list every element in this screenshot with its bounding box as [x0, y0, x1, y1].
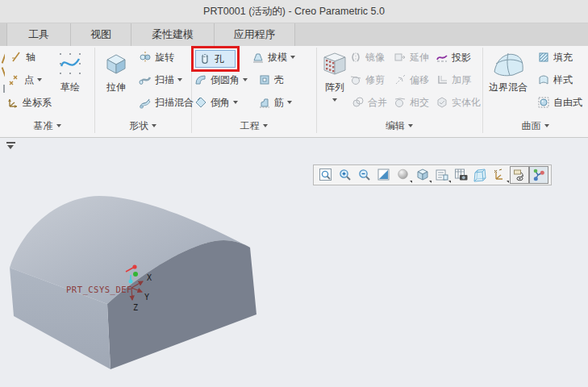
rib-button[interactable]: 筋 [258, 94, 292, 111]
round-dropdown-caret[interactable] [243, 78, 248, 81]
point-button[interactable]: 点 [8, 71, 42, 89]
shading-style-icon[interactable] [394, 166, 413, 184]
freestyle-button[interactable]: 自由式 [537, 94, 582, 111]
zoom-in-icon[interactable] [336, 166, 355, 184]
rib-dropdown-caret[interactable] [287, 101, 292, 104]
creo-window: PRT0001 (活动的) - Creo Parametric 5.0 工具 视… [0, 0, 588, 387]
axis-z-label: Z [133, 303, 138, 312]
shell-icon [258, 73, 271, 86]
clipped-icons [0, 52, 5, 109]
group-label-shapes[interactable]: 形状 [94, 119, 191, 133]
sketch-icon [58, 52, 82, 76]
pattern-button[interactable]: 阵列 [319, 47, 351, 102]
point-icon [8, 73, 21, 86]
coordinate-system-icon [6, 96, 19, 109]
boundary-blend-button[interactable]: 边界混合 [484, 47, 532, 94]
solidify-icon [436, 96, 448, 109]
saved-views-icon[interactable] [432, 166, 452, 184]
project-icon [436, 51, 448, 64]
tab-clipped[interactable] [0, 23, 7, 46]
extend-button[interactable]: 延伸 [394, 48, 429, 66]
group-label-engineering[interactable]: 工程 [191, 119, 316, 133]
round-icon [194, 73, 207, 86]
view-capture-icon[interactable] [452, 166, 471, 184]
perspective-view-icon[interactable] [471, 166, 490, 184]
offset-icon [394, 73, 407, 86]
axis-icon [10, 51, 23, 64]
csys-handle-x[interactable] [126, 268, 133, 272]
ribbon: 轴 点 坐标系 [0, 46, 588, 138]
axis-button[interactable]: 轴 [10, 48, 35, 66]
hole-highlight-box: 孔 [191, 46, 240, 72]
draft-icon [252, 51, 265, 64]
offset-button[interactable]: 偏移 [394, 71, 429, 89]
extend-icon [394, 51, 407, 64]
trim-icon [349, 73, 362, 86]
tab-flexible-modeling[interactable]: 柔性建模 [131, 23, 215, 46]
trim-button[interactable]: 修剪 [349, 71, 385, 89]
group-label-surfaces[interactable]: 曲面 [482, 119, 588, 133]
sketch-button[interactable]: 草绘 [48, 47, 92, 94]
ribbon-tab-bar: 工具 视图 柔性建模 应用程序 [0, 23, 588, 46]
sweep-icon [139, 73, 152, 86]
extrude-button[interactable]: 拉伸 [95, 47, 137, 94]
csys-handle-y-dot[interactable] [133, 272, 138, 277]
extrude-icon [103, 52, 129, 76]
intersect-button[interactable]: 相交 [394, 94, 429, 111]
title-bar: PRT0001 (活动的) - Creo Parametric 5.0 [0, 0, 588, 23]
style-button[interactable]: 样式 [537, 71, 573, 89]
csys-label[interactable]: PRT_CSYS_DEF [66, 285, 132, 295]
swept-blend-icon [139, 96, 152, 109]
display-style-icon[interactable] [413, 166, 432, 184]
hole-icon [198, 52, 211, 65]
pattern-dropdown-caret[interactable] [332, 98, 337, 102]
thicken-button[interactable]: 加厚 [436, 71, 471, 89]
csys-handle-z-dot[interactable] [129, 280, 133, 284]
fill-button[interactable]: 填充 [537, 48, 573, 66]
chamfer-button[interactable]: 倒角 [194, 94, 238, 111]
csys-overlay[interactable]: PRT_CSYS_DEF X Y Z [56, 254, 177, 327]
mirror-button[interactable]: 镜像 [349, 48, 385, 66]
thicken-icon [436, 73, 448, 86]
group-label-datum[interactable]: 基准 [0, 119, 94, 133]
fill-icon [537, 51, 550, 64]
swept-blend-button[interactable]: 扫描混合 [139, 94, 194, 111]
csys-handle-x-dot[interactable] [132, 264, 136, 268]
merge-button[interactable]: 合并 [352, 94, 387, 111]
draft-button[interactable]: 拔模 [252, 48, 295, 66]
round-button[interactable]: 倒圆角 [194, 71, 248, 89]
tab-tools[interactable]: 工具 [7, 23, 71, 46]
revolve-button[interactable]: 旋转 [139, 48, 174, 66]
tab-applications[interactable]: 应用程序 [215, 23, 295, 46]
axis-y-label: Y [144, 293, 149, 302]
csys-button[interactable]: 坐标系 [6, 94, 52, 111]
project-button[interactable]: 投影 [436, 48, 471, 66]
window-title: PRT0001 (活动的) - Creo Parametric 5.0 [203, 5, 385, 19]
chamfer-dropdown-caret[interactable] [233, 101, 238, 104]
tab-view[interactable]: 视图 [71, 23, 131, 46]
sweep-dropdown-caret[interactable] [177, 78, 182, 81]
solidify-button[interactable]: 实体化 [436, 94, 481, 111]
hole-button[interactable]: 孔 [195, 50, 236, 68]
mirror-icon [349, 51, 362, 64]
group-label-edit[interactable]: 编辑 [316, 119, 482, 133]
csys-axes [131, 281, 143, 300]
point-dropdown-caret[interactable] [37, 78, 42, 81]
shell-button[interactable]: 壳 [258, 71, 284, 89]
chamfer-icon [194, 96, 207, 109]
zoom-region-icon[interactable] [316, 166, 336, 184]
draft-dropdown-caret[interactable] [290, 56, 295, 59]
annotation-display-icon[interactable] [510, 166, 529, 184]
sweep-button[interactable]: 扫描 [139, 71, 182, 89]
rib-icon [258, 96, 271, 109]
zoom-out-icon[interactable] [355, 166, 374, 184]
refit-icon[interactable] [374, 166, 394, 184]
style-icon [537, 73, 550, 86]
boundary-blend-icon [490, 50, 526, 77]
revolve-icon [139, 51, 152, 64]
axis-x-label: X [147, 273, 152, 282]
pattern-icon [321, 52, 348, 76]
datum-display-filters-icon[interactable] [490, 166, 510, 184]
spin-center-icon[interactable] [529, 166, 548, 184]
graphics-toolbar [313, 164, 552, 185]
